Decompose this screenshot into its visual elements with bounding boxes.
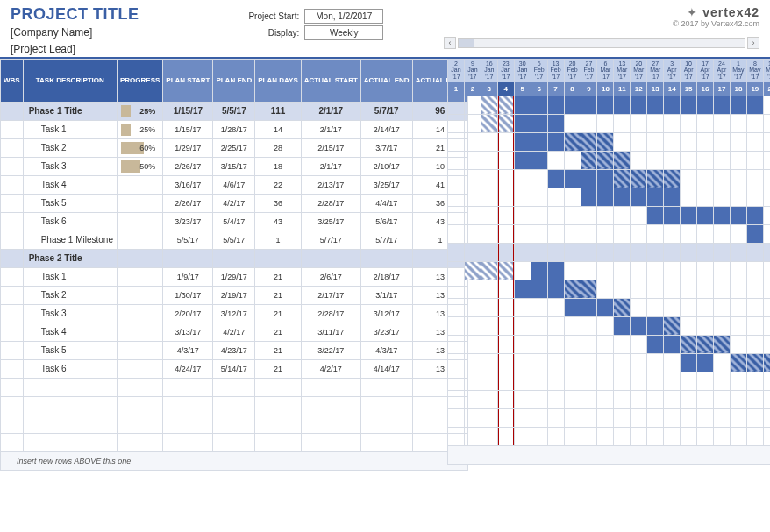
project-start-input[interactable]: Mon, 1/2/2017 xyxy=(304,9,383,24)
display-select[interactable]: Weekly xyxy=(304,25,383,40)
gantt-row xyxy=(448,280,771,298)
gantt-row xyxy=(448,151,771,169)
timeline-date-col: 2Jan'17 xyxy=(448,59,465,82)
task-row[interactable]: Task 260%1/29/172/25/17282/15/173/7/1721 xyxy=(1,138,468,157)
col-plan-end: PLAN END xyxy=(213,59,255,102)
timeline-week-col: 9 xyxy=(581,82,597,96)
timeline-date-col: 27Mar'17 xyxy=(647,59,664,82)
project-start-label: Project Start: xyxy=(199,11,304,21)
timeline-date-col: 10Apr'17 xyxy=(681,59,697,82)
timeline-week-col: 5 xyxy=(514,82,531,96)
gantt-row xyxy=(448,353,771,372)
timeline-date-col: 17Apr'17 xyxy=(697,59,714,82)
gantt-row xyxy=(448,96,771,114)
gantt-row xyxy=(448,188,771,206)
gantt-row xyxy=(448,132,771,151)
timeline-week-col: 2 xyxy=(464,82,481,96)
gantt-row xyxy=(448,224,771,243)
task-row[interactable]: Task 32/20/173/12/17212/28/173/12/1713 xyxy=(1,304,468,323)
timeline-date-col: 13Mar'17 xyxy=(614,59,631,82)
timeline-week-col: 19 xyxy=(746,82,763,96)
timeline-date-col: 8May'17 xyxy=(746,59,763,82)
gantt-row xyxy=(448,372,771,390)
timeline-week-col: 17 xyxy=(714,82,731,96)
timeline-week-col: 16 xyxy=(697,82,714,96)
timeline-week-col: 11 xyxy=(614,82,631,96)
timeline-date-col: 20Feb'17 xyxy=(564,59,581,82)
company-name: [Company Name] xyxy=(11,25,139,40)
timeline-week-col: 4 xyxy=(497,82,514,96)
col-task: TASK DESCRIPTION xyxy=(23,59,117,102)
timeline-week-col: 20 xyxy=(763,82,770,96)
timeline-week-col: 12 xyxy=(631,82,647,96)
timeline-week-col: 1 xyxy=(448,82,465,96)
task-row[interactable]: Task 21/30/172/19/17212/17/173/1/1713 xyxy=(1,286,468,304)
gantt-row xyxy=(448,390,771,408)
gantt-row xyxy=(448,335,771,353)
gantt-row xyxy=(448,261,771,280)
col-progress: PROGRESS xyxy=(117,59,162,102)
timeline-scroll-left[interactable]: ‹ xyxy=(444,37,456,49)
empty-row[interactable] xyxy=(1,415,468,433)
empty-row[interactable] xyxy=(1,378,468,396)
display-label: Display: xyxy=(199,28,304,38)
col-actual-start: ACTUAL START xyxy=(301,59,360,102)
timeline-date-col: 23Jan'17 xyxy=(497,59,514,82)
timeline-date-col: 30Jan'17 xyxy=(514,59,531,82)
timeline-week-col: 13 xyxy=(647,82,664,96)
project-lead: [Project Lead] xyxy=(11,42,139,57)
col-wbs: WBS xyxy=(1,59,24,102)
task-row[interactable]: Task 125%1/15/171/28/17142/1/172/14/1714 xyxy=(1,120,468,138)
timeline-scroll-right[interactable]: › xyxy=(747,37,759,49)
footer-note: Insert new rows ABOVE this one xyxy=(1,451,468,470)
task-row[interactable]: Task 43/16/174/6/17222/13/173/25/1741 xyxy=(1,175,468,194)
empty-row[interactable] xyxy=(1,396,468,415)
task-row[interactable]: Task 43/13/174/2/17213/11/173/23/1713 xyxy=(1,323,468,341)
phase-row[interactable]: Phase 1 Title25%1/15/175/5/171112/1/175/… xyxy=(1,102,468,120)
timeline-week-col: 7 xyxy=(547,82,564,96)
timeline-week-col: 8 xyxy=(564,82,581,96)
task-row[interactable]: Task 64/24/175/14/17214/2/174/14/1713 xyxy=(1,359,468,378)
empty-row[interactable] xyxy=(1,433,468,451)
task-row[interactable]: Task 54/3/174/23/17213/22/174/3/1713 xyxy=(1,341,468,359)
col-plan-start: PLAN START xyxy=(163,59,213,102)
task-table: WBS TASK DESCRIPTION PROGRESS PLAN START… xyxy=(0,59,468,471)
timeline-week-col: 15 xyxy=(681,82,697,96)
timeline-date-col: 20Mar'17 xyxy=(631,59,647,82)
task-row[interactable]: Task 11/9/171/29/17212/6/172/18/1713 xyxy=(1,267,468,286)
gantt-row xyxy=(448,206,771,224)
timeline-week-col: 14 xyxy=(664,82,681,96)
timeline-date-col: 24Apr'17 xyxy=(714,59,731,82)
task-row[interactable]: Task 350%2/26/173/15/17182/1/172/10/1710 xyxy=(1,157,468,175)
timeline-date-col: 15May'17 xyxy=(763,59,770,82)
timeline-date-col: 6Feb'17 xyxy=(531,59,547,82)
timeline-date-col: 9Jan'17 xyxy=(464,59,481,82)
task-row[interactable]: Task 52/26/174/2/17362/28/174/4/1736 xyxy=(1,194,468,212)
task-row[interactable]: Task 63/23/175/4/17433/25/175/6/1743 xyxy=(1,212,468,231)
timeline-date-col: 27Feb'17 xyxy=(581,59,597,82)
col-actual-end: ACTUAL END xyxy=(360,59,412,102)
gantt-row xyxy=(448,427,771,445)
timeline-scrollbar[interactable] xyxy=(458,38,745,48)
timeline-week-col: 3 xyxy=(481,82,497,96)
timeline-date-col: 13Feb'17 xyxy=(547,59,564,82)
project-title: PROJECT TITLE xyxy=(11,5,139,24)
timeline-date-col: 6Mar'17 xyxy=(597,59,614,82)
timeline-week-col: 10 xyxy=(597,82,614,96)
gantt-row xyxy=(448,298,771,316)
phase-row[interactable]: Phase 2 Title xyxy=(1,249,468,267)
gantt-row xyxy=(448,243,771,261)
timeline-date-col: 1May'17 xyxy=(730,59,746,82)
timeline-week-col: 18 xyxy=(730,82,746,96)
vertex42-logo: ✦ vertex42 xyxy=(444,5,759,19)
timeline-date-col: 16Jan'17 xyxy=(481,59,497,82)
col-plan-days: PLAN DAYS xyxy=(255,59,302,102)
gantt-row xyxy=(448,114,771,132)
timeline-date-col: 3Apr'17 xyxy=(664,59,681,82)
copyright-text: © 2017 by Vertex42.com xyxy=(444,19,759,28)
timeline-week-col: 6 xyxy=(531,82,547,96)
gantt-row xyxy=(448,169,771,188)
gantt-row xyxy=(448,316,771,335)
task-row[interactable]: Phase 1 Milestone5/5/175/5/1715/7/175/7/… xyxy=(1,231,468,249)
timeline-table: 2Jan'179Jan'1716Jan'1723Jan'1730Jan'176F… xyxy=(447,59,770,465)
